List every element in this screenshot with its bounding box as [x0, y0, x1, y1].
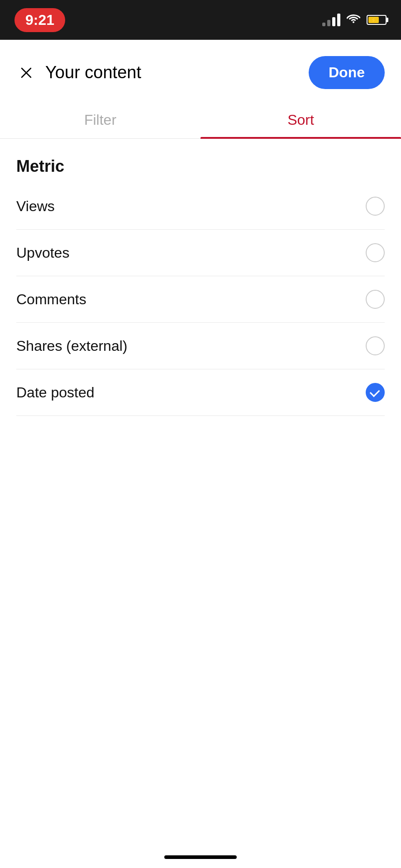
page-title: Your content — [45, 63, 141, 82]
status-icons: ⚡ — [322, 13, 387, 27]
list-item-upvotes[interactable]: Upvotes — [16, 230, 385, 276]
signal-bars-icon — [322, 14, 340, 26]
close-button[interactable] — [16, 63, 36, 83]
radio-views[interactable] — [366, 197, 385, 216]
tab-sort[interactable]: Sort — [200, 102, 401, 138]
signal-bar-2 — [327, 20, 330, 26]
list-item-shares-external[interactable]: Shares (external) — [16, 323, 385, 369]
list-item-label-upvotes: Upvotes — [16, 245, 69, 261]
section-title: Metric — [16, 157, 385, 176]
radio-shares-external[interactable] — [366, 336, 385, 355]
list-item-label-shares-external: Shares (external) — [16, 338, 127, 354]
list-item-date-posted[interactable]: Date posted — [16, 369, 385, 416]
list-item-label-views: Views — [16, 198, 55, 215]
signal-bar-1 — [322, 23, 325, 26]
list-item-comments[interactable]: Comments — [16, 276, 385, 323]
radio-date-posted[interactable] — [366, 383, 385, 402]
close-icon — [20, 66, 33, 79]
signal-bar-3 — [332, 17, 335, 26]
radio-comments[interactable] — [366, 290, 385, 309]
list-item-views[interactable]: Views — [16, 183, 385, 230]
battery-icon: ⚡ — [367, 15, 387, 25]
tabs-container: Filter Sort — [0, 102, 401, 139]
header: Your content Done — [0, 40, 401, 102]
home-indicator — [164, 855, 237, 859]
radio-upvotes[interactable] — [366, 243, 385, 262]
header-left: Your content — [16, 63, 141, 83]
signal-bar-4 — [337, 14, 340, 26]
done-button[interactable]: Done — [309, 56, 385, 89]
tab-filter[interactable]: Filter — [0, 102, 200, 138]
list-item-label-date-posted: Date posted — [16, 384, 95, 401]
tab-sort-underline — [200, 137, 401, 139]
metric-section: Metric Views Upvotes Comments Shares (ex… — [0, 139, 401, 416]
list-item-label-comments: Comments — [16, 291, 86, 308]
wifi-icon — [347, 13, 360, 27]
main-container: Your content Done Filter Sort Metric Vie… — [0, 40, 401, 868]
status-time: 9:21 — [14, 8, 65, 32]
status-bar: 9:21 ⚡ — [0, 0, 401, 40]
